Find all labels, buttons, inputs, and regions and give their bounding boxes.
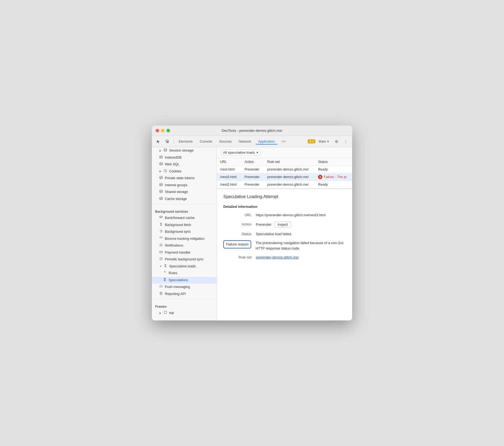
content-panel: All speculative loads ▼ URL Action Rule …: [217, 147, 352, 320]
svg-point-6: [160, 176, 162, 177]
database-icon: [159, 190, 163, 194]
sidebar-item-label: Session storage: [169, 148, 194, 153]
chevron-down-icon: ▼: [256, 151, 259, 154]
sidebar-item-session-storage[interactable]: ▶ Session storage: [152, 147, 217, 154]
failure-value: The prerendering navigation failed becau…: [256, 240, 346, 251]
sidebar-item-interest-groups[interactable]: Interest groups: [152, 182, 217, 189]
database-icon: [159, 155, 163, 160]
main-layout: ▶ Session storage IndexedDB Web SQL ▶: [152, 147, 352, 320]
cursor-icon[interactable]: [155, 138, 162, 145]
svg-point-7: [160, 183, 162, 184]
sidebar-item-top[interactable]: ▶ top: [152, 310, 217, 317]
sidebar-item-label: Notifications: [165, 243, 183, 248]
close-button[interactable]: [156, 129, 159, 132]
database-icon: [159, 162, 163, 167]
svg-point-10: [160, 216, 162, 217]
sidebar-item-label: Speculations: [169, 278, 188, 283]
arrow-down-icon: ▼: [159, 264, 162, 268]
cell-url: /next3.html: [217, 173, 241, 181]
badge-icon: ⚠: [309, 140, 312, 143]
tab-elements[interactable]: Elements: [176, 139, 195, 145]
tab-network[interactable]: Network: [236, 139, 254, 145]
sidebar-item-label: Back/forward cache: [165, 216, 195, 221]
sidebar-item-notifications[interactable]: Notifications: [152, 242, 217, 249]
devtools-window: DevTools - prerender-demos.glitch.me/ El…: [152, 126, 352, 320]
table-row[interactable]: /next.html Prerender prerender-demos.gli…: [217, 166, 352, 173]
status-key: Status: [223, 231, 256, 237]
sidebar-item-shared-storage[interactable]: Shared storage: [152, 189, 217, 196]
payment-icon: [159, 250, 163, 255]
maximize-button[interactable]: [166, 129, 170, 132]
database-icon: [159, 183, 163, 188]
arrow-icon: ▶: [159, 169, 162, 173]
sidebar: ▶ Session storage IndexedDB Web SQL ▶: [152, 147, 217, 320]
sidebar-item-payment[interactable]: Payment handler: [152, 249, 217, 256]
sidebar-item-label: Rules: [169, 271, 177, 276]
sidebar-item-periodic-bg-sync[interactable]: Periodic background sync: [152, 256, 217, 263]
ruleset-link[interactable]: prerender-demos.glitch.me/: [256, 255, 299, 259]
settings-icon[interactable]: ⚙: [333, 138, 340, 145]
table-row-selected[interactable]: /next3.html Prerender prerender-demos.gl…: [217, 173, 352, 181]
sidebar-item-websql[interactable]: Web SQL: [152, 161, 217, 168]
filter-bar: All speculative loads ▼: [217, 147, 352, 158]
svg-point-2: [164, 149, 167, 150]
sidebar-item-speculations[interactable]: Speculations: [152, 277, 217, 284]
failure-key: Failure reason: [223, 240, 251, 248]
database-icon: [159, 176, 163, 181]
sidebar-item-bg-sync[interactable]: Background sync: [152, 228, 217, 235]
sidebar-item-label: Web SQL: [165, 162, 179, 167]
divider: [152, 299, 217, 299]
sidebar-item-private-state-tokens[interactable]: Private state tokens: [152, 175, 217, 182]
failure-icon: ✕: [318, 175, 322, 179]
sidebar-item-speculative-loads[interactable]: ▼ Speculative loads: [152, 263, 217, 270]
tab-console[interactable]: Console: [197, 139, 215, 145]
detail-title: Speculative Loading Attempt: [223, 194, 346, 199]
badge-count: 2: [312, 140, 314, 143]
database-icon: [159, 237, 163, 241]
failure-text: Failure - The pr: [324, 175, 347, 179]
more-tabs-button[interactable]: >>: [279, 139, 289, 145]
svg-point-11: [160, 237, 162, 238]
separator: [174, 139, 174, 144]
sidebar-item-label: Push messaging: [165, 285, 190, 290]
ruleset-key: Rule set: [223, 255, 256, 260]
filter-dropdown[interactable]: All speculative loads ▼: [221, 149, 261, 156]
detail-panel: Speculative Loading Attempt Detailed inf…: [217, 189, 352, 320]
failure-status: ✕ Failure - The pr: [318, 175, 349, 179]
cell-status: Ready: [315, 166, 352, 173]
sidebar-item-push-messaging[interactable]: Push messaging: [152, 284, 217, 291]
sidebar-item-label: top: [169, 311, 174, 316]
cell-url: /next2.html: [217, 181, 241, 188]
cell-action: Prerender: [241, 166, 264, 173]
col-action: Action: [241, 158, 264, 166]
sidebar-item-bg-fetch[interactable]: Background fetch: [152, 222, 217, 229]
sidebar-item-label: IndexedDB: [165, 155, 182, 160]
sidebar-item-reporting-api[interactable]: Reporting API: [152, 291, 217, 298]
chevron-down-icon: ▼: [327, 140, 329, 143]
cell-action: Prerender: [241, 173, 264, 181]
svg-point-3: [160, 156, 162, 157]
more-options-icon[interactable]: ⋮: [342, 138, 349, 145]
database-icon: [159, 216, 163, 220]
url-key: URL: [223, 212, 256, 218]
speculative-loads-table: URL Action Rule set Status /next.html Pr…: [217, 158, 352, 189]
inspect-button[interactable]: Inspect: [274, 222, 291, 228]
device-icon[interactable]: [164, 138, 171, 145]
cell-status: Ready: [315, 181, 352, 188]
sidebar-item-cookies[interactable]: ▶ Cookies: [152, 168, 217, 175]
sidebar-item-back-forward[interactable]: Back/forward cache: [152, 215, 217, 222]
table-row[interactable]: /next2.html Prerender prerender-demos.gl…: [217, 181, 352, 188]
main-dropdown[interactable]: Main ▼: [317, 139, 331, 144]
document-icon: [159, 292, 163, 296]
sidebar-item-label: Speculative loads: [169, 264, 196, 269]
sidebar-item-cache-storage[interactable]: Cache storage: [152, 196, 217, 203]
sidebar-item-indexeddb[interactable]: IndexedDB: [152, 154, 217, 161]
sidebar-item-bounce-tracking[interactable]: Bounce tracking mitigation: [152, 235, 217, 242]
tab-sources[interactable]: Sources: [217, 139, 234, 145]
minimize-button[interactable]: [161, 129, 165, 132]
sidebar-item-rules[interactable]: Rules: [152, 270, 217, 277]
tab-application[interactable]: Application: [256, 139, 277, 145]
fetch-icon: [159, 223, 163, 227]
main-label: Main: [319, 140, 326, 143]
action-text: Prerender: [256, 222, 271, 227]
